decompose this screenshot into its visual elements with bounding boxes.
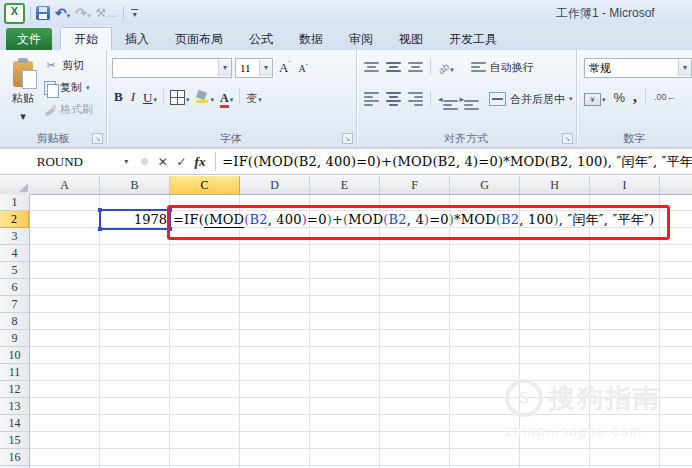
percent-style-button[interactable]: % [614,90,626,105]
undo-button[interactable]: ↶▾ [55,4,70,22]
row-header[interactable]: 15 [0,432,29,449]
align-middle-icon[interactable] [386,62,401,72]
row-header[interactable]: 7 [0,296,29,313]
group-label-font: 字体↘ [106,131,356,146]
group-alignment: ab▾ 自动换行 ◂ ▸ 合并后居中▾ 对齐方式↘ [356,50,577,146]
row-header[interactable]: 12 [0,381,29,398]
decrease-indent-button[interactable]: ◂ [438,88,453,110]
group-label-clipboard: 剪贴板↘ [0,131,106,146]
column-header[interactable]: G [450,176,520,194]
formula-input[interactable]: =IF((MOD(B2, 400)=0)+(MOD(B2, 4)=0)*MOD(… [222,153,692,171]
row-header[interactable]: 4 [0,245,29,262]
ribbon-tab[interactable]: 公式 [236,29,286,50]
row-header[interactable]: 5 [0,262,29,279]
row-header[interactable]: 8 [0,313,29,330]
dialog-launcher-icon[interactable]: ↘ [342,133,353,144]
select-all-button[interactable] [0,176,31,195]
group-label-alignment: 对齐方式↘ [356,131,576,146]
ribbon-tab[interactable]: 开发工具 [436,29,510,50]
chevron-down-icon[interactable]: ▾ [120,157,133,166]
formula-bar-handle[interactable] [141,158,148,165]
shrink-font-button[interactable]: Aˇ [296,63,309,74]
underline-button[interactable]: U▾ [143,88,157,106]
cut-button[interactable]: ✂剪切 [44,58,93,73]
chevron-down-icon: ▾ [218,60,231,76]
row-header[interactable]: 9 [0,330,29,347]
row-header[interactable]: 10 [0,347,29,364]
align-bottom-icon[interactable] [408,62,423,72]
borders-button[interactable]: ▾ [170,88,190,106]
column-header[interactable]: E [310,176,380,194]
chevron-down-icon: ▾ [230,96,234,103]
format-painter-button[interactable]: 格式刷 [44,102,93,117]
dialog-launcher-icon[interactable]: ↘ [562,133,573,144]
chevron-down-icon: ▾ [678,60,691,76]
cut-label: 剪切 [62,58,84,73]
ribbon: 粘贴 ▾ ✂剪切 复制▾ 格式刷 剪贴板↘ ▾ 11▾ Aˆ Aˇ B I U▾ [0,50,692,148]
paste-button[interactable]: 粘贴 ▾ [4,56,42,130]
column-header[interactable]: C [170,176,240,194]
ribbon-tab[interactable]: 审阅 [336,29,386,50]
italic-button[interactable]: I [129,89,137,105]
wrap-text-icon [471,62,486,72]
font-size-combobox[interactable]: 11▾ [235,58,273,78]
paste-label: 粘贴 [12,91,34,106]
ribbon-tab[interactable]: 视图 [386,29,436,50]
save-icon[interactable] [36,6,50,20]
bold-button[interactable]: B [114,89,123,105]
number-format-combobox[interactable]: 常规▾ [584,58,692,78]
column-header[interactable]: A [30,176,100,194]
tab-file[interactable]: 文件 [6,28,52,50]
group-font: ▾ 11▾ Aˆ Aˇ B I U▾ ▾ ▾ A▾ 变▾ 字体↘ [106,50,357,146]
increase-indent-button[interactable]: ▸ [460,88,475,110]
column-header[interactable]: B [100,176,170,194]
tools-icon: ⚒… [96,6,119,20]
row-header[interactable]: 11 [0,364,29,381]
ribbon-tab[interactable]: 页面布局 [162,29,236,50]
align-left-icon[interactable] [364,92,379,106]
align-center-icon[interactable] [386,92,401,106]
cancel-button[interactable]: ✕ [154,155,173,169]
column-header[interactable]: H [520,176,590,194]
ribbon-tab[interactable]: 插入 [112,29,162,50]
phonetic-guide-button[interactable]: 变▾ [246,88,262,106]
column-header[interactable]: D [240,176,310,194]
grow-font-button[interactable]: Aˆ [276,60,293,76]
enter-button[interactable]: ✓ [172,155,191,169]
merge-center-button[interactable]: 合并后居中▾ [489,92,573,107]
customize-quick-access-toolbar-icon[interactable]: ▾ [131,9,138,17]
row-header[interactable]: 1 [0,194,29,211]
row-header[interactable]: 14 [0,415,29,432]
row-header[interactable]: 6 [0,279,29,296]
align-top-icon[interactable] [364,62,379,72]
ribbon-tab[interactable]: 开始 [60,27,112,50]
name-box[interactable]: ROUND ▾ [0,149,133,174]
copy-button[interactable]: 复制▾ [44,80,93,95]
column-header[interactable]: I [590,176,660,194]
column-header[interactable]: F [380,176,450,194]
accounting-format-button[interactable]: ¥▾ [584,88,606,106]
row-header[interactable]: 3 [0,228,29,245]
row-header[interactable]: 16 [0,449,29,466]
cell-b2-reference-border[interactable] [99,209,171,230]
dialog-launcher-icon[interactable]: ↘ [92,133,103,144]
wrap-text-button[interactable]: 自动换行 [471,60,534,75]
chevron-down-icon[interactable]: ▾ [20,110,26,123]
worksheet: ABCDEFGHI 12345678910111213141516 S 搜狗指南… [0,176,692,468]
insert-function-button[interactable]: fx [191,154,210,170]
row-header[interactable]: 2 [0,211,29,228]
fill-color-button[interactable]: ▾ [195,88,214,106]
align-right-icon[interactable] [408,92,423,106]
window-title: 工作簿1 - Microsof [556,5,692,22]
currency-icon: ¥ [584,93,601,106]
font-color-button[interactable]: A▾ [220,88,233,106]
chevron-down-icon[interactable]: ▾ [67,12,71,19]
increase-decimal-button[interactable]: .00← [654,92,676,102]
orientation-button[interactable]: ab▾ [438,58,454,76]
redo-button[interactable]: ↷▾ [75,4,90,22]
font-name-combobox[interactable]: ▾ [112,58,232,78]
ribbon-tab[interactable]: 数据 [286,29,336,50]
sogou-logo-icon: S [505,379,543,417]
comma-style-button[interactable]: , [633,92,637,102]
row-header[interactable]: 13 [0,398,29,415]
